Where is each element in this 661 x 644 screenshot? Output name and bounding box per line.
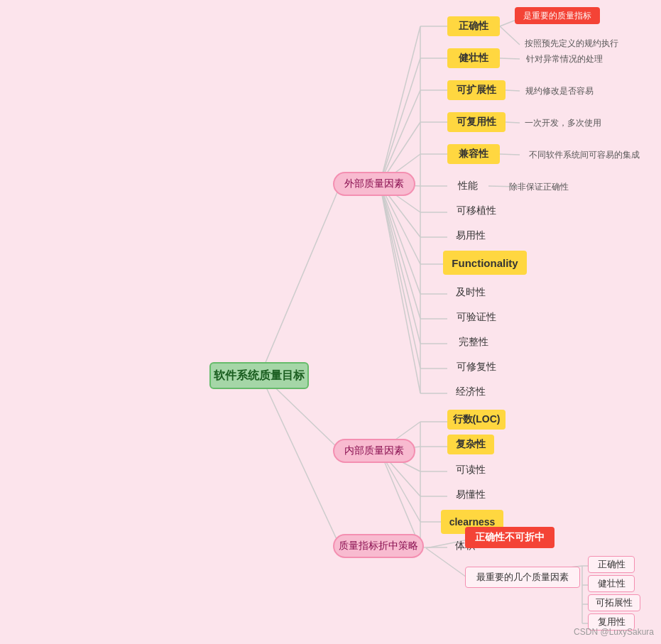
- ext-jishixing: 及时性: [447, 283, 494, 302]
- sub-jianzhuangxing: 健壮性: [588, 575, 635, 592]
- svg-line-2: [263, 380, 341, 548]
- ann-zhengquexing-desc: 按照预先定义的规约执行: [515, 36, 628, 51]
- root-node: 软件系统质量目标: [209, 362, 309, 389]
- ext-kefuyongxing: 可复用性: [447, 112, 506, 132]
- strategy-node: 质量指标折中策略: [333, 534, 424, 558]
- int-fuzaxing: 复杂性: [447, 435, 494, 454]
- int-loc: 行数(LOC): [447, 410, 506, 430]
- strategy-red: 正确性不可折中: [465, 527, 555, 548]
- sub-zhengquexing: 正确性: [588, 556, 635, 573]
- ext-xingneng: 性能: [447, 176, 488, 196]
- svg-line-13: [380, 184, 420, 294]
- ann-kefuyongxing-desc: 一次开发，多次使用: [515, 115, 611, 131]
- ann-kekuozhanxing-desc: 规约修改是否容易: [515, 83, 604, 99]
- root-label: 软件系统质量目标: [214, 369, 305, 383]
- ext-zhengquexing: 正确性: [447, 16, 500, 36]
- ext-jianzhuangxing: 健壮性: [447, 48, 500, 68]
- svg-line-6: [380, 90, 420, 184]
- svg-line-38: [380, 451, 420, 547]
- ext-keyanzhengxing: 可验证性: [447, 307, 506, 327]
- ann-important-indicator: 是重要的质量指标: [515, 7, 600, 24]
- mind-map: 软件系统质量目标 外部质量因素 内部质量因素 质量指标折中策略 正确性 健壮性 …: [0, 0, 661, 644]
- ext-kekuozhanxing: 可扩展性: [447, 80, 506, 100]
- watermark: CSDN @LuxySakura: [574, 627, 654, 637]
- ann-jianrongxing-desc: 不同软件系统间可容易的集成: [515, 147, 654, 163]
- int-yidongxing: 易懂性: [447, 485, 494, 505]
- strategy-important: 最重要的几个质量因素: [465, 567, 580, 588]
- ann-xingneng-desc: 除非保证正确性: [497, 179, 581, 195]
- ext-keyizhixing: 可移植性: [447, 201, 506, 221]
- sub-kekuozhanxing: 可拓展性: [588, 594, 640, 611]
- ext-jianrongxing: 兼容性: [447, 144, 500, 164]
- internal-node: 内部质量因素: [333, 439, 415, 463]
- svg-line-17: [380, 184, 420, 393]
- external-node: 外部质量因素: [333, 172, 415, 196]
- ext-kexiufuxing: 可修复性: [447, 357, 506, 377]
- svg-line-15: [380, 184, 420, 344]
- ext-functionality: Functionality: [443, 251, 527, 275]
- svg-line-14: [380, 184, 420, 319]
- ann-jianzhuangxing-desc: 针对异常情况的处理: [515, 51, 614, 67]
- svg-line-16: [380, 184, 420, 369]
- ext-jingjixing: 经济性: [447, 382, 494, 402]
- svg-line-0: [263, 184, 341, 369]
- svg-line-5: [380, 58, 420, 184]
- ext-wanzhenxing: 完整性: [447, 332, 500, 352]
- int-keduxing: 可读性: [447, 460, 494, 480]
- ext-yiyongxing: 易用性: [447, 226, 494, 246]
- svg-line-4: [380, 26, 420, 184]
